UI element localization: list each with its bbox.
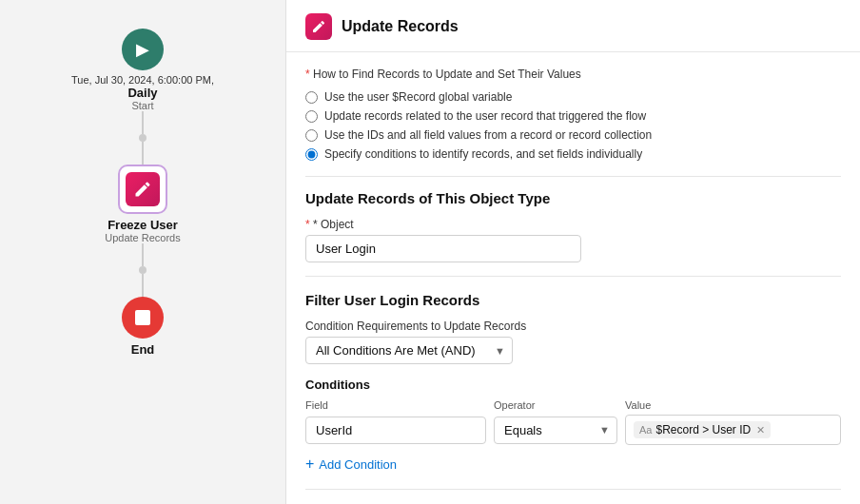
start-date: Tue, Jul 30, 2024, 6:00:00 PM, (71, 74, 214, 86)
radio-3-label: Use the IDs and all field values from a … (324, 128, 652, 142)
filter-section-title: Filter User Login Records (305, 292, 841, 308)
object-input-wrapper (305, 235, 581, 262)
freeze-type: Update Records (105, 232, 181, 243)
freeze-node[interactable]: Freeze User Update Records (105, 165, 181, 243)
panel-body: * How to Find Records to Update and Set … (286, 52, 860, 504)
stop-icon (135, 310, 150, 325)
condition-field-input[interactable] (305, 417, 486, 444)
field-col-header: Field (305, 399, 486, 411)
freeze-node-box[interactable] (118, 165, 167, 214)
divider-1 (305, 176, 841, 177)
end-circle[interactable] (122, 297, 164, 339)
object-type-section: Update Records of This Object Type * * O… (305, 190, 841, 262)
radio-2-label: Update records related to the user recor… (324, 109, 646, 123)
start-circle[interactable]: ▶ (122, 29, 164, 70)
freeze-label: Freeze User Update Records (105, 218, 181, 243)
condition-req-select-wrapper: All Conditions Are Met (AND) Any Conditi… (305, 337, 513, 364)
object-section-title: Update Records of This Object Type (305, 190, 841, 206)
radio-group: Use the user $Record global variable Upd… (305, 90, 841, 161)
add-condition-plus-icon: + (305, 456, 314, 472)
freeze-icon (126, 172, 160, 206)
radio-4-label: Specify conditions to identify records, … (324, 147, 642, 161)
start-type: Start (71, 100, 214, 111)
how-to-find-label: * How to Find Records to Update and Set … (305, 68, 841, 81)
condition-req-label: Condition Requirements to Update Records (305, 320, 841, 333)
start-node: ▶ Tue, Jul 30, 2024, 6:00:00 PM, Daily S… (71, 29, 214, 111)
chip-type-icon: Aa (639, 424, 652, 436)
radio-4[interactable] (305, 148, 318, 161)
filter-section: Filter User Login Records Condition Requ… (305, 292, 841, 475)
header-icon (305, 13, 332, 40)
condition-row-1: Equals Not Equal To Contains ▼ Aa $Recor… (305, 415, 841, 445)
conditions-label: Conditions (305, 378, 841, 392)
start-freq: Daily (71, 86, 214, 100)
radio-2[interactable] (305, 110, 318, 123)
divider-2 (305, 276, 841, 277)
connector-1 (142, 111, 144, 134)
left-panel: ▶ Tue, Jul 30, 2024, 6:00:00 PM, Daily S… (0, 0, 285, 504)
dot-2 (139, 266, 147, 274)
panel-header: Update Records (286, 0, 860, 52)
object-field-label: * * Object (305, 218, 841, 231)
connector-3 (142, 243, 144, 266)
radio-option-4[interactable]: Specify conditions to identify records, … (305, 147, 841, 161)
add-condition-label: Add Condition (319, 457, 397, 472)
right-panel: Update Records * How to Find Records to … (285, 0, 860, 504)
end-label: End (131, 342, 155, 357)
chip-close-btn[interactable]: ✕ (756, 424, 765, 436)
object-label-text: * Object (313, 218, 354, 231)
radio-option-1[interactable]: Use the user $Record global variable (305, 90, 841, 104)
operator-select[interactable]: Equals Not Equal To Contains (494, 417, 617, 444)
divider-3 (305, 489, 841, 490)
object-required-star: * (305, 218, 310, 231)
dot-1 (139, 134, 147, 142)
operator-wrapper: Equals Not Equal To Contains ▼ (494, 417, 617, 444)
radio-1-label: Use the user $Record global variable (324, 90, 512, 104)
condition-req-select[interactable]: All Conditions Are Met (AND) Any Conditi… (305, 337, 513, 364)
play-icon: ▶ (136, 39, 149, 60)
value-chip-box[interactable]: Aa $Record > User ID ✕ (625, 415, 841, 445)
end-name: End (131, 342, 155, 357)
chip-value: $Record > User ID (655, 423, 751, 436)
operator-col-header: Operator (494, 399, 617, 411)
object-input[interactable] (305, 235, 581, 262)
value-chip: Aa $Record > User ID ✕ (634, 421, 771, 438)
radio-option-3[interactable]: Use the IDs and all field values from a … (305, 128, 841, 142)
panel-title: Update Records (342, 18, 459, 35)
flow-container: ▶ Tue, Jul 30, 2024, 6:00:00 PM, Daily S… (71, 29, 214, 357)
radio-3[interactable] (305, 129, 318, 142)
connector-2 (142, 142, 144, 165)
radio-option-2[interactable]: Update records related to the user recor… (305, 109, 841, 123)
radio-1[interactable] (305, 91, 318, 104)
value-col-header: Value (625, 399, 841, 411)
start-label: Tue, Jul 30, 2024, 6:00:00 PM, Daily Sta… (71, 74, 214, 111)
header-pencil-icon (311, 19, 326, 34)
required-star: * (305, 68, 310, 81)
how-to-find-text: How to Find Records to Update and Set Th… (313, 68, 581, 81)
how-to-find-section: * How to Find Records to Update and Set … (305, 68, 841, 161)
freeze-name: Freeze User (105, 218, 181, 232)
pencil-icon (133, 180, 152, 199)
connector-4 (142, 274, 144, 297)
conditions-header: Field Operator Value (305, 399, 841, 411)
end-node: End (122, 297, 164, 357)
add-condition-button[interactable]: + Add Condition (305, 453, 397, 475)
